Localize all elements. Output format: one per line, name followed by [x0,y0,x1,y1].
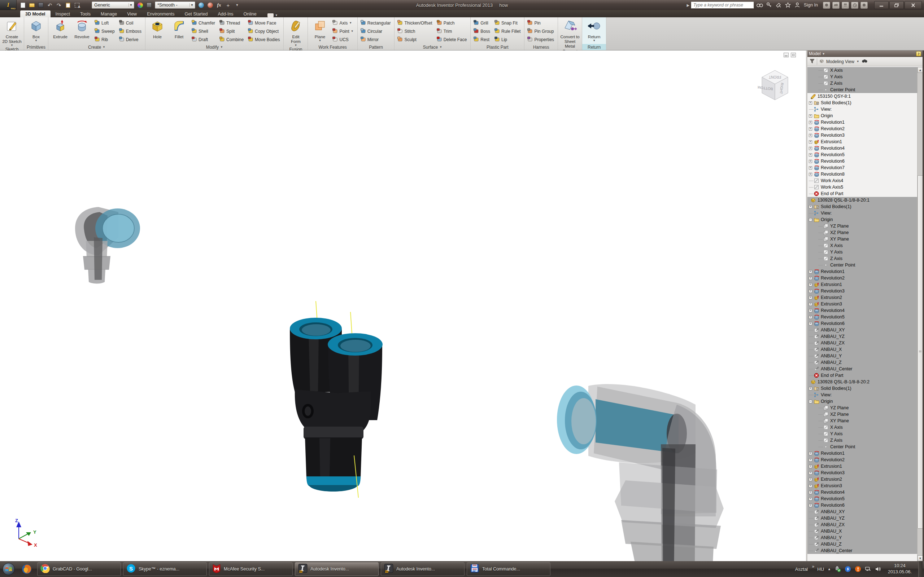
ucs-button[interactable]: UCS [331,35,355,44]
group-label-surface[interactable]: Surface▼ [394,44,470,50]
tree-row-revolution4[interactable]: +Revolution4 [808,307,917,314]
expand-toggle[interactable]: + [809,458,812,462]
desktop-toolbar[interactable]: Asztal » [795,567,814,572]
search-collapse-toggle[interactable]: ▶ [687,3,690,7]
taskbar-button-total-commande[interactable]: Total Commande... [467,562,551,576]
loft-button[interactable]: Loft [93,19,117,27]
draft-button[interactable]: Draft [190,35,217,44]
tree-row-y-axis[interactable]: Y Axis [808,74,917,80]
flash-updater-icon[interactable] [845,566,851,572]
tree-row-revolution1[interactable]: +Revolution1 [808,119,917,126]
grill-button[interactable]: Grill [472,19,492,27]
tree-row-153150-qsy-8-1[interactable]: 153150 QSY-8:1 [808,93,917,100]
search-binoculars-icon[interactable] [756,2,763,9]
expand-toggle[interactable]: + [809,290,812,293]
model-y-fitting[interactable] [273,301,393,499]
tree-row-end-of-part[interactable]: End of Part [808,372,917,379]
tree-row-revolution2[interactable]: +Revolution2 [808,456,917,463]
expand-toggle[interactable]: + [809,387,812,390]
help-search-input[interactable] [691,2,754,9]
chevron-down-icon[interactable]: ▼ [856,60,859,63]
extrude-button[interactable]: Extrude [50,18,71,44]
tab-manage[interactable]: Manage [96,10,122,17]
stitch-button[interactable]: Stitch [396,27,434,35]
expand-toggle[interactable]: + [809,277,812,280]
show-desktop-button[interactable] [918,561,922,577]
exchange-apps-icon[interactable] [823,2,830,9]
fillet-button[interactable]: Fillet [168,18,189,44]
clear-appearance-button[interactable] [206,1,214,9]
emboss-button[interactable]: Emboss [118,27,144,35]
expand-toggle[interactable]: + [809,160,812,163]
tree-row-view[interactable]: View: [808,210,917,216]
scrollbar-thumb[interactable] [918,175,923,529]
tree-row-end-of-part[interactable]: End of Part [808,190,917,197]
tree-row-xz-plane[interactable]: XZ Plane [808,229,917,236]
tree-row-anbau-y[interactable]: ANBAU_Y [808,353,917,359]
convert-to-sheet-metal-button[interactable]: Convert toSheet Metal [559,18,580,49]
split-button[interactable]: Split [218,27,246,35]
tree-row-anbau-x[interactable]: ANBAU_X [808,528,917,534]
group-label-create[interactable]: Create▼ [48,44,145,50]
edit-form-button[interactable]: EditForm▼ [285,18,306,47]
tree-row-extrusion2[interactable]: +Extrusion2 [808,294,917,301]
save-button[interactable] [37,1,45,9]
pin-button[interactable]: Pin [526,19,556,27]
tree-row-extrusion1[interactable]: +Extrusion1 [808,139,917,145]
tab-3d-model[interactable]: 3D Model [20,10,50,17]
tree-row-xy-plane[interactable]: XY Plane [808,236,917,242]
close-button[interactable] [905,1,922,9]
expand-toggle[interactable]: + [809,134,812,137]
tree-row-anbau-zx[interactable]: ANBAU_ZX [808,521,917,528]
model-elbow-fitting-small[interactable] [64,194,142,285]
appearance-panel-toggle[interactable]: ▼ [267,13,278,17]
rule-fillet-button[interactable]: Rule Fillet [493,27,523,35]
taskbar-button-grabcad-googl[interactable]: GrabCAD - Googl... [37,562,121,576]
snap-fit-button[interactable]: Snap Fit [493,19,523,27]
expand-toggle[interactable]: + [809,121,812,124]
lip-button[interactable]: Lip [493,35,523,44]
subscription-key-icon[interactable] [766,2,773,9]
tree-row-130928-qsl-b-1-8-8-20-1[interactable]: 130928 QSL-B-1/8-8-20:1 [808,197,917,203]
expand-toggle[interactable]: + [809,283,812,286]
material-dropdown[interactable]: Generic ▼ [92,2,134,9]
trim-button[interactable]: Trim [435,27,469,35]
tree-row-x-axis[interactable]: X Axis [808,424,917,430]
tree-row-origin[interactable]: −Origin [808,216,917,223]
tree-row-y-axis[interactable]: Y Axis [808,249,917,255]
expand-toggle[interactable]: + [809,452,812,455]
group-label-modify[interactable]: Modify▼ [145,44,283,50]
plane-button[interactable]: Plane▼ [309,18,330,44]
tab-view[interactable]: View [122,10,142,17]
expand-toggle[interactable]: + [809,471,812,475]
restore-button[interactable] [889,1,904,9]
new-file-button[interactable] [19,1,27,9]
tree-row-revolution8[interactable]: +Revolution8 [808,171,917,177]
tree-row-anbau-x[interactable]: ANBAU_X [808,346,917,353]
tree-row-x-axis[interactable]: X Axis [808,242,917,249]
tree-row-yz-plane[interactable]: YZ Plane [808,405,917,411]
qat-customize-button[interactable]: ▼ [233,1,241,9]
tab-inspect[interactable]: Inspect [50,10,75,17]
tree-row-z-axis[interactable]: Z Axis [808,437,917,443]
shell-button[interactable]: Shell [190,27,217,35]
browser-filter-icon[interactable] [809,59,815,64]
chamfer-button[interactable]: Chamfer [190,19,217,27]
browser-help-icon[interactable]: ? [916,51,921,56]
tree-row-revolution5[interactable]: +Revolution5 [808,314,917,320]
taskbar-clock[interactable]: 10:24 2013.05.06. [885,563,914,575]
expand-toggle[interactable]: + [809,322,812,325]
boss-button[interactable]: Boss [472,27,492,35]
tree-row-revolution4[interactable]: +Revolution4 [808,145,917,152]
delete-face-button[interactable]: Delete Face [435,35,469,44]
expand-toggle[interactable]: + [809,102,812,105]
point-button[interactable]: Point▼ [331,27,355,35]
tree-row-revolution2[interactable]: +Revolution2 [808,126,917,132]
tree-row-anbau-y[interactable]: ANBAU_Y [808,534,917,541]
thread-button[interactable]: Thread [218,19,246,27]
tree-row-revolution6[interactable]: +Revolution6 [808,158,917,164]
language-indicator[interactable]: HU [817,567,824,572]
expand-toggle[interactable]: + [809,296,812,299]
scroll-up-button[interactable]: ▲ [918,67,923,73]
tree-row-anbau-xy[interactable]: ANBAU_XY [808,327,917,333]
